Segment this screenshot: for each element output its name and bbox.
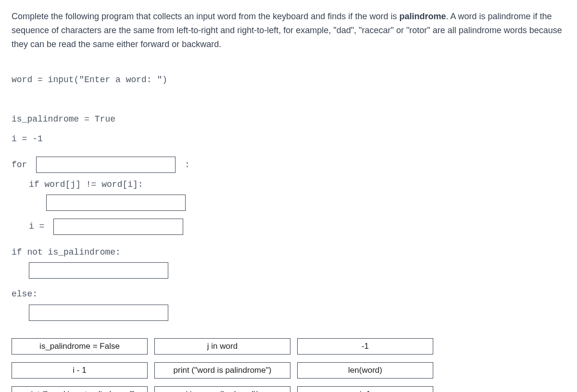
instr-pre: Complete the following program that coll… xyxy=(12,12,399,21)
for-keyword: for xyxy=(12,155,32,175)
option-is-palindrome-false[interactable]: is_palindrome = False xyxy=(12,338,148,355)
option-j-in-word[interactable]: j in word xyxy=(154,338,290,355)
instr-bold: palindrome xyxy=(399,12,446,21)
code-line-i-assign: i = xyxy=(12,217,565,236)
blank-for-loop[interactable] xyxy=(36,157,176,173)
blank-else-pal[interactable] xyxy=(29,305,168,321)
code-line-if: if word[j] != word[i]: xyxy=(12,175,565,195)
code-line-ispal: is_palindrome = True xyxy=(12,110,565,129)
option-i-plus-1[interactable]: i+1 xyxy=(297,386,433,392)
option-len-word[interactable]: len(word) xyxy=(297,362,433,379)
for-colon: : xyxy=(179,155,190,175)
options-area: is_palindrome = False j in word -1 i - 1… xyxy=(12,338,565,392)
option-i-minus-1[interactable]: i - 1 xyxy=(12,362,148,379)
i-eq: i = xyxy=(29,217,50,236)
option-print-palindrome[interactable]: print ("word is palindrome") xyxy=(154,362,290,379)
blank-not-pal[interactable] xyxy=(29,262,168,279)
code-line-if-body xyxy=(12,195,565,211)
code-line-if-not-body xyxy=(12,262,565,279)
options-row-2: i - 1 print ("word is palindrome") len(w… xyxy=(12,362,565,379)
code-block: word = input("Enter a word: ") is_palind… xyxy=(12,70,565,320)
code-line-else: else: xyxy=(12,284,565,304)
code-line-i: i = -1 xyxy=(12,129,565,149)
options-row-1: is_palindrome = False j in word -1 xyxy=(12,338,565,355)
code-line-else-body xyxy=(12,305,565,321)
code-line-input: word = input("Enter a word: ") xyxy=(12,70,565,90)
option-neg-1[interactable]: -1 xyxy=(297,338,433,355)
option-j-in-range[interactable]: j in range(len(word)) xyxy=(154,386,290,392)
option-print-not-palindrome[interactable]: print ("word is not palindrome") xyxy=(12,386,148,392)
blank-if-body[interactable] xyxy=(46,195,186,211)
code-line-if-not: if not is_palindrome: xyxy=(12,243,565,262)
blank-i-value[interactable] xyxy=(53,219,183,235)
instructions-text: Complete the following program that coll… xyxy=(12,10,565,51)
code-line-for: for : xyxy=(12,155,565,175)
options-row-3: print ("word is not palindrome") j in ra… xyxy=(12,386,565,392)
